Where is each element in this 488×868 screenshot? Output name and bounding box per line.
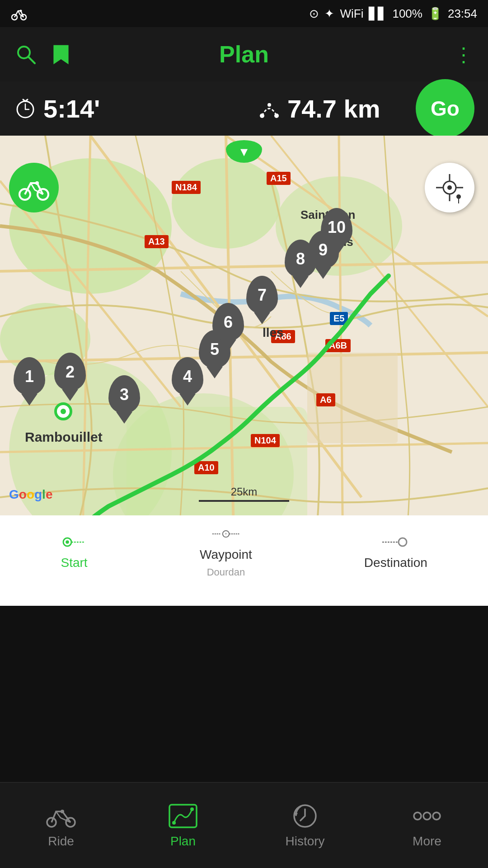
ride-nav-label: Ride <box>48 834 74 849</box>
bike-mode-button[interactable] <box>9 163 59 212</box>
more-options-button[interactable]: ⋮ <box>454 43 474 66</box>
svg-point-10 <box>260 113 264 118</box>
location-button[interactable] <box>425 163 474 212</box>
signal-icon: ▋▋ <box>369 7 387 21</box>
road-n184: N184 <box>172 181 201 194</box>
route-option-start[interactable]: Start <box>61 533 88 570</box>
bicycle-status-icon <box>11 5 27 22</box>
plan-icon <box>167 802 199 830</box>
route-option-destination[interactable]: Destination <box>364 533 427 570</box>
road-e5: E5 <box>330 312 348 325</box>
road-a86: A86 <box>271 330 295 343</box>
location-icon: ⊙ <box>309 7 319 21</box>
svg-point-59 <box>414 812 421 820</box>
wifi-icon: WiFi <box>340 7 363 21</box>
destination-label: Destination <box>364 556 427 570</box>
google-logo: Google <box>9 487 52 502</box>
waypoint-route-icon: + <box>212 525 239 543</box>
svg-point-2 <box>20 10 22 12</box>
battery-icon: 🔋 <box>428 7 442 21</box>
more-nav-label: More <box>413 834 441 849</box>
time: 23:54 <box>448 7 477 21</box>
nav-item-plan[interactable]: Plan <box>122 802 244 849</box>
status-right: ⊙ ✦ WiFi ▋▋ 100% 🔋 23:54 <box>309 7 477 21</box>
svg-point-54 <box>61 810 64 813</box>
svg-point-36 <box>447 185 452 190</box>
map-container[interactable]: ▾ N184 A15 A13 A10 A11 A6 A86 A6B E5 N10… <box>0 136 488 606</box>
svg-point-57 <box>190 807 194 811</box>
nav-item-more[interactable]: More <box>366 802 488 849</box>
battery-percent: 100% <box>392 7 422 21</box>
start-label: Start <box>61 556 87 570</box>
bookmark-button[interactable] <box>49 42 73 66</box>
nav-item-ride[interactable]: Ride <box>0 802 122 849</box>
waypoint-pin-6: 6 <box>212 303 244 341</box>
route-option-waypoint[interactable]: + Waypoint Dourdan <box>200 525 252 578</box>
header-left <box>14 42 73 66</box>
scale-line <box>199 500 289 502</box>
duration-stat: 5:14' <box>14 94 230 123</box>
waypoint-pin-1: 1 <box>14 357 45 396</box>
duration-value: 5:14' <box>43 94 100 123</box>
svg-point-61 <box>433 812 440 820</box>
waypoint-pin-2: 2 <box>54 353 86 391</box>
route-bar: Start + Waypoint Dourdan <box>0 515 488 606</box>
bluetooth-icon: ✦ <box>324 7 334 21</box>
svg-point-56 <box>172 821 176 825</box>
start-location-dot <box>54 402 72 420</box>
waypoint-pin-3: 3 <box>108 375 140 414</box>
svg-point-0 <box>12 14 17 20</box>
route-icon <box>258 97 281 120</box>
distance-value: 74.7 km <box>287 94 380 123</box>
svg-point-44 <box>66 540 69 544</box>
more-nav-icon <box>411 802 443 830</box>
scale-bar: 25km <box>199 486 289 502</box>
road-a6: A6 <box>316 393 335 406</box>
road-a10: A10 <box>194 461 218 474</box>
rambouillet-label: Rambouillet <box>25 429 103 445</box>
svg-point-12 <box>267 103 271 107</box>
svg-point-51 <box>399 538 407 546</box>
svg-point-11 <box>274 113 279 118</box>
page-title: Plan <box>219 41 269 68</box>
start-route-icon <box>61 533 88 551</box>
stats-bar: 5:14' 74.7 km Go <box>0 81 488 136</box>
header: Plan ⋮ <box>0 27 488 81</box>
waypoint-pin-7: 7 <box>246 276 278 314</box>
search-button[interactable] <box>14 42 38 66</box>
scale-label: 25km <box>231 486 258 498</box>
nav-item-history[interactable]: History <box>244 802 366 849</box>
waypoint-location: Dourdan <box>207 566 245 578</box>
go-button[interactable]: Go <box>416 79 474 138</box>
road-a6b: A6B <box>325 339 351 352</box>
destination-route-icon <box>382 533 409 551</box>
timer-icon <box>14 97 37 120</box>
svg-text:+: + <box>225 532 227 536</box>
road-a15: A15 <box>267 172 291 185</box>
history-nav-label: History <box>285 834 324 849</box>
ride-icon <box>45 802 77 830</box>
svg-line-4 <box>28 57 35 63</box>
waypoint-pin-10: 10 <box>321 208 352 246</box>
waypoint-label: Waypoint <box>200 547 252 562</box>
svg-point-60 <box>423 812 431 820</box>
history-icon <box>289 802 321 830</box>
road-n104: N104 <box>251 434 280 447</box>
svg-point-34 <box>35 181 39 185</box>
road-a13: A13 <box>145 235 169 248</box>
bottom-nav: Ride Plan History <box>0 782 488 868</box>
plan-nav-label: Plan <box>170 834 196 849</box>
status-bar: ⊙ ✦ WiFi ▋▋ 100% 🔋 23:54 <box>0 0 488 27</box>
status-left <box>11 5 27 22</box>
